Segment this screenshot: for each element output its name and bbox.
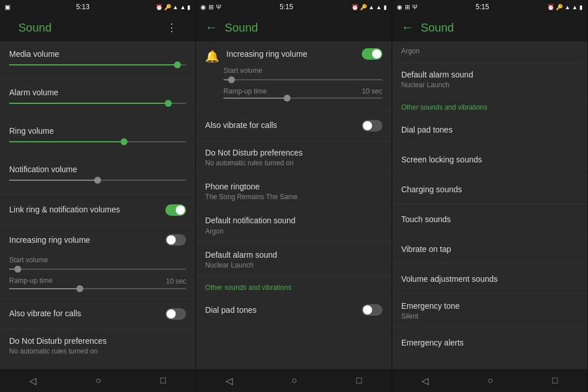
p2-default-notification-label: Default notification sound	[205, 215, 382, 226]
back-arrow-2[interactable]: ←	[205, 20, 218, 35]
p3-volume-adjust-item[interactable]: Volume adjustment sounds	[392, 264, 587, 294]
p3-vibrate-tap-label: Vibrate on tap	[401, 244, 578, 254]
recent-nav-btn-2[interactable]: □	[345, 371, 373, 390]
recent-nav-btn-3[interactable]: □	[541, 371, 570, 390]
p2-dnd-label: Do Not Disturb preferences	[205, 148, 382, 158]
p2-default-alarm-sublabel: Nuclear Launch	[205, 261, 382, 269]
content-1: Media volume Alarm volume Ring volume	[0, 41, 195, 369]
alarm-icon-2: ⏰	[351, 4, 358, 10]
battery-icon-3: ▮	[579, 4, 583, 10]
p3-default-alarm-item[interactable]: Default alarm sound Nuclear Launch	[392, 63, 587, 96]
ring-volume-label: Ring volume	[0, 123, 195, 135]
app-icon-3: Ψ	[412, 3, 417, 10]
ramp-up-slider[interactable]	[9, 288, 186, 289]
panel-2: ◉ ⊞ Ψ 5:15 ⏰ 🔑 ▲ ▲ ▮ ← Sound 🔔 Increasin…	[196, 0, 392, 392]
back-arrow-3[interactable]: ←	[401, 20, 414, 35]
panel-1: ▣ 5:13 ⏰ 🔑 ▲ ▲ ▮ Sound ⋮ Media volume	[0, 0, 196, 392]
signal-icon: ▲	[173, 4, 179, 10]
increasing-ring-item[interactable]: Increasing ring volume	[0, 225, 195, 255]
status-right-icons-3: ⏰ 🔑 ▲ ▲ ▮	[547, 4, 583, 10]
p3-screen-locking-item[interactable]: Screen locking sounds	[392, 145, 587, 174]
p2-start-volume-label: Start volume	[223, 67, 382, 75]
p2-dnd-item[interactable]: Do Not Disturb preferences No automatic …	[196, 141, 391, 174]
alarm-volume-slider[interactable]	[0, 97, 195, 113]
menu-icon-1[interactable]: ⋮	[157, 14, 186, 41]
status-bar-1: ▣ 5:13 ⏰ 🔑 ▲ ▲ ▮	[0, 0, 195, 14]
ramp-up-item: Ramp-up time 10 sec	[0, 274, 195, 299]
also-vibrate-item[interactable]: Also vibrate for calls	[0, 299, 195, 329]
p3-emergency-tone-item[interactable]: Emergency tone Silent	[392, 294, 587, 328]
start-volume-label: Start volume	[9, 256, 186, 264]
nav-bar-1: ◁ ○ □	[0, 369, 195, 392]
home-nav-btn-2[interactable]: ○	[280, 371, 309, 390]
back-nav-btn-3[interactable]: ◁	[410, 371, 440, 391]
recent-nav-btn-1[interactable]: □	[149, 371, 177, 390]
p3-default-alarm-sublabel: Nuclear Launch	[401, 81, 578, 89]
key-icon-3: 🔑	[556, 4, 563, 10]
alarm-volume-section: Alarm volume	[0, 80, 195, 118]
p3-dial-pad-item[interactable]: Dial pad tones	[392, 115, 587, 145]
media-volume-slider[interactable]	[0, 59, 195, 75]
p3-vibrate-tap-item[interactable]: Vibrate on tap	[392, 234, 587, 264]
status-right-icons-2: ⏰ 🔑 ▲ ▲ ▮	[351, 4, 387, 10]
status-left-icons-1: ▣	[5, 3, 10, 11]
p2-phone-ringtone-label: Phone ringtone	[205, 181, 382, 192]
status-bar-3: ◉ ⊞ Ψ 5:15 ⏰ 🔑 ▲ ▲ ▮	[392, 0, 587, 14]
p2-start-volume-item: Start volume	[196, 63, 391, 80]
alarm-volume-label: Alarm volume	[0, 84, 195, 97]
increasing-ring-toggle[interactable]	[165, 234, 186, 246]
panel-3: ◉ ⊞ Ψ 5:15 ⏰ 🔑 ▲ ▲ ▮ ← Sound Argon Defau…	[392, 0, 588, 392]
p3-emergency-alerts-label: Emergency alerts	[401, 337, 578, 348]
p2-ramp-up-slider[interactable]	[223, 98, 382, 99]
notification-volume-slider[interactable]	[0, 174, 195, 190]
alarm-icon: ⏰	[156, 4, 163, 10]
p3-emergency-alerts-item[interactable]: Emergency alerts	[392, 328, 587, 358]
home-nav-btn-3[interactable]: ○	[476, 371, 505, 390]
link-ring-toggle[interactable]	[165, 204, 186, 216]
app-bar-1: Sound ⋮	[0, 14, 195, 41]
p2-dial-pad-toggle[interactable]	[362, 304, 382, 316]
ramp-up-label: Ramp-up time	[9, 277, 52, 285]
p3-charging-item[interactable]: Charging sounds	[392, 174, 587, 204]
increasing-ring-label: Increasing ring volume	[9, 235, 165, 245]
p2-increasing-ring-toggle[interactable]	[362, 48, 382, 60]
p2-also-vibrate-toggle[interactable]	[362, 120, 382, 131]
page-title-2: Sound	[225, 21, 258, 34]
app-bar-2: ← Sound	[196, 14, 391, 41]
home-nav-btn-1[interactable]: ○	[84, 371, 113, 390]
p3-touch-label: Touch sounds	[401, 214, 578, 224]
content-2: 🔔 Increasing ring volume Start volume Ra…	[196, 41, 391, 369]
link-ring-item[interactable]: Link ring & notification volumes	[0, 195, 195, 225]
back-nav-btn-2[interactable]: ◁	[214, 371, 244, 391]
status-time-3: 5:15	[475, 3, 489, 11]
p2-phone-ringtone-item[interactable]: Phone ringtone The Song Remains The Same	[196, 174, 391, 208]
back-nav-btn-1[interactable]: ◁	[18, 371, 48, 391]
p3-charging-label: Charging sounds	[401, 184, 578, 195]
dnd-item[interactable]: Do Not Disturb preferences No automatic …	[0, 329, 195, 362]
vol-icon-3: ⊞	[405, 3, 410, 11]
p3-touch-item[interactable]: Touch sounds	[392, 204, 587, 234]
media-volume-section: Media volume	[0, 41, 195, 80]
android-icon: ▣	[5, 3, 10, 11]
p2-also-vibrate-item[interactable]: Also vibrate for calls	[196, 111, 391, 141]
content-3: Argon Default alarm sound Nuclear Launch…	[392, 41, 587, 369]
p2-default-notification-item[interactable]: Default notification sound Argon	[196, 208, 391, 242]
p2-phone-ringtone-sublabel: The Song Remains The Same	[205, 193, 382, 201]
start-volume-slider[interactable]	[9, 269, 186, 270]
p2-dial-pad-label: Dial pad tones	[205, 305, 361, 315]
app-icon-2: Ψ	[216, 3, 221, 10]
signal-icon-2: ▲	[369, 4, 374, 10]
ring-volume-slider[interactable]	[0, 135, 195, 152]
p2-dial-pad-item[interactable]: Dial pad tones	[196, 295, 391, 325]
page-title-3: Sound	[421, 21, 454, 34]
p2-default-alarm-item[interactable]: Default alarm sound Nuclear Launch	[196, 243, 391, 277]
also-vibrate-toggle[interactable]	[165, 308, 186, 320]
signal-icon-3: ▲	[564, 4, 570, 10]
dnd-label: Do Not Disturb preferences	[9, 336, 186, 346]
notification-volume-label: Notification volume	[0, 161, 195, 174]
notification-volume-section: Notification volume	[0, 157, 195, 195]
p3-screen-locking-label: Screen locking sounds	[401, 154, 578, 165]
p2-ramp-up-value: 10 sec	[362, 87, 382, 95]
p2-start-volume-slider[interactable]	[223, 79, 382, 80]
nav-bar-2: ◁ ○ □	[196, 369, 391, 392]
